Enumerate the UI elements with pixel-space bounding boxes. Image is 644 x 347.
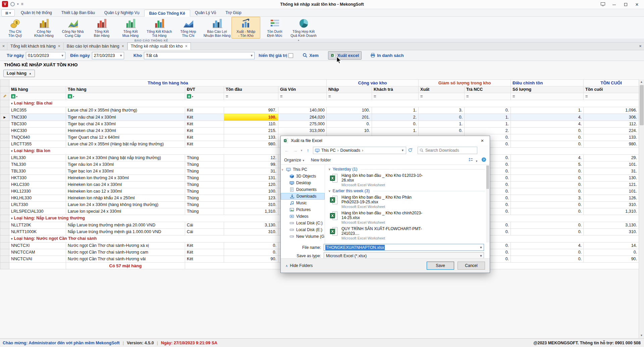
table-cell[interactable]: 133. bbox=[584, 134, 639, 141]
table-cell[interactable]: 0. bbox=[419, 128, 465, 134]
save-button[interactable]: Save bbox=[427, 262, 454, 270]
filter-cell[interactable]: = bbox=[224, 93, 278, 100]
table-cell[interactable]: Thùng bbox=[185, 175, 224, 182]
table-cell[interactable]: Két bbox=[185, 114, 224, 121]
table-cell[interactable]: 1,310. bbox=[224, 208, 278, 215]
table-cell[interactable]: 1. bbox=[465, 121, 511, 128]
table-cell[interactable]: 0. bbox=[511, 188, 584, 195]
column-header[interactable]: Số lượng bbox=[511, 86, 584, 93]
table-cell[interactable]: Larue lon 24 x 330ml (hàng bật nắp trúng… bbox=[66, 155, 185, 161]
table-cell[interactable]: 0. bbox=[511, 202, 584, 208]
table-cell[interactable]: Thùng bbox=[185, 208, 224, 215]
sidebar-item-music[interactable]: Music bbox=[281, 200, 325, 206]
table-cell[interactable]: NNCTCXI bbox=[9, 242, 66, 249]
search-input[interactable] bbox=[425, 148, 472, 153]
up-icon[interactable]: ↑ bbox=[305, 148, 311, 153]
table-cell[interactable]: 0. bbox=[511, 222, 584, 229]
ribbon-button[interactable]: Xuất - Nhập - Tồn Kho bbox=[231, 17, 260, 39]
table-cell[interactable]: 100. bbox=[224, 114, 278, 121]
view-button[interactable]: Xem bbox=[300, 51, 321, 60]
minimize-button[interactable] bbox=[608, 0, 620, 9]
ribbon-button[interactable]: Tổng Hợp Kết Quả Kinh Doanh bbox=[289, 17, 318, 39]
sidebar-item-3d-objects[interactable]: 3D Objects bbox=[281, 173, 325, 180]
table-cell[interactable]: 224. bbox=[584, 128, 639, 134]
ribbon-tab[interactable]: Thiết Lập Ban Đầu bbox=[57, 9, 100, 16]
sidebar-item-new-volume-g-[interactable]: New Volume (G:) bbox=[281, 233, 325, 240]
table-cell[interactable]: 10. bbox=[327, 128, 372, 134]
sidebar-item-videos[interactable]: Videos bbox=[281, 213, 325, 220]
table-cell[interactable]: 12. bbox=[224, 155, 278, 161]
file-list-scrollbar[interactable] bbox=[486, 165, 489, 242]
ribbon-tab[interactable]: Trợ Giúp bbox=[221, 9, 246, 16]
filter-cell[interactable]: = bbox=[419, 93, 465, 100]
file-item[interactable]: XHàng tồn kho ban đầu _ Kho Kho Phân Phố… bbox=[328, 194, 485, 210]
table-cell[interactable]: 980. bbox=[584, 141, 639, 148]
ribbon-button[interactable]: Tồn Dưới Định Mức bbox=[260, 17, 289, 39]
table-cell[interactable]: 121. bbox=[584, 182, 639, 188]
column-header[interactable]: Trả NCC bbox=[465, 86, 511, 93]
collapse-group-icon[interactable]: ▾ bbox=[11, 237, 13, 240]
chevron-down-icon[interactable]: ▼ bbox=[118, 54, 124, 57]
table-cell[interactable]: LRL330 bbox=[9, 155, 66, 161]
table-cell[interactable]: Két bbox=[185, 128, 224, 134]
table-cell[interactable]: Két bbox=[185, 242, 224, 249]
table-row[interactable]: ▶TNC330Tiger nâu chai 24 x 330mlKét100.2… bbox=[0, 114, 639, 121]
table-cell[interactable]: 1. bbox=[419, 121, 465, 128]
show-values-checkbox[interactable] bbox=[288, 53, 293, 58]
table-cell[interactable]: 1,096. bbox=[584, 107, 639, 114]
ribbon-button[interactable]: Báo Cáo Lợi Nhuận Bán Hàng bbox=[203, 17, 231, 39]
table-cell[interactable]: Cái bbox=[185, 222, 224, 229]
ribbon-tab[interactable]: Báo Cáo Thống Kê bbox=[144, 10, 190, 17]
column-header[interactable]: Tồn cuối bbox=[584, 86, 639, 93]
table-cell[interactable]: 123. bbox=[224, 195, 278, 202]
table-cell[interactable]: 1,310. bbox=[584, 208, 639, 215]
table-cell[interactable]: Thùng bbox=[185, 182, 224, 188]
close-tab-icon[interactable]: × bbox=[122, 44, 124, 49]
file-group-header[interactable]: ∨Yesterday (1) bbox=[328, 166, 485, 172]
view-options-icon[interactable]: ▼ bbox=[468, 157, 478, 163]
table-cell[interactable]: 133. bbox=[224, 134, 278, 141]
table-cell[interactable]: Két bbox=[185, 134, 224, 141]
table-cell[interactable]: 1. bbox=[511, 107, 584, 114]
table-cell[interactable]: Két bbox=[185, 121, 224, 128]
chevron-down-icon[interactable]: ▼ bbox=[478, 254, 484, 258]
print-list-button[interactable]: In danh sách bbox=[368, 51, 406, 60]
to-date-input[interactable]: 27/10/2023▼ bbox=[92, 52, 124, 59]
ribbon-tab[interactable]: Quản trị hệ thống bbox=[16, 9, 57, 16]
table-cell[interactable]: TBC330 bbox=[9, 121, 66, 128]
table-cell[interactable]: 0. bbox=[511, 249, 584, 256]
table-cell[interactable]: 90. bbox=[224, 256, 278, 263]
sidebar-item-local-disk-c-[interactable]: Local Disk (C:) bbox=[281, 220, 325, 226]
column-header[interactable]: Nhập bbox=[327, 86, 372, 93]
table-cell[interactable]: Nước ngọt Cần Thơ chai sành-Hương vải bbox=[66, 256, 185, 263]
table-cell[interactable]: HKLHL330 bbox=[9, 195, 66, 202]
table-cell[interactable]: Nắp Larue trúng thưởng mệnh giá 1.000.00… bbox=[66, 229, 185, 235]
close-tab-icon[interactable]: × bbox=[637, 43, 644, 50]
table-cell[interactable]: 310. bbox=[224, 229, 278, 235]
close-tab-icon[interactable]: × bbox=[185, 44, 187, 49]
filter-cell[interactable]: = bbox=[278, 93, 327, 100]
search-box[interactable] bbox=[418, 147, 477, 154]
table-cell[interactable]: 4. bbox=[511, 155, 584, 161]
ribbon-button[interactable]: Tổng Kết Mua Hàng bbox=[116, 17, 145, 39]
table-row[interactable]: TBC330Tiger bạc chai 24 x 330mlKét110.27… bbox=[0, 121, 639, 128]
file-item[interactable]: XHàng tồn kho ban đầu _ Kho Kho chính202… bbox=[328, 210, 485, 225]
ribbon-button[interactable]: Tổng Kết Bán Hàng bbox=[87, 17, 116, 39]
table-cell[interactable]: Larue chai 20 x 355ml (hàng thường) bbox=[66, 107, 185, 114]
dialog-close-button[interactable]: × bbox=[475, 136, 490, 145]
column-header[interactable]: Mã hàng bbox=[9, 86, 66, 93]
table-cell[interactable]: 0. bbox=[419, 114, 465, 121]
table-cell[interactable]: Két bbox=[185, 249, 224, 256]
filter-cell[interactable]: a▾ bbox=[66, 93, 185, 100]
table-cell[interactable]: 29. bbox=[584, 155, 639, 161]
table-cell[interactable]: 264,020 bbox=[278, 114, 327, 121]
column-header[interactable]: Giá Vốn bbox=[278, 86, 327, 93]
file-group-header[interactable]: ∨Earlier this week (3) bbox=[328, 188, 485, 194]
table-cell[interactable]: Thùng bbox=[185, 168, 224, 175]
history-chevron-icon[interactable]: ▼ bbox=[300, 149, 303, 152]
table-cell[interactable]: 131. bbox=[224, 175, 278, 182]
table-cell[interactable]: HKLC330 bbox=[9, 182, 66, 188]
file-name-value[interactable]: THONGKEXUATNHAPTON.xlsx bbox=[325, 245, 385, 250]
table-cell[interactable]: Nắp Larue trúng thưởng mệnh giá 20.000 V… bbox=[66, 222, 185, 229]
chevron-down-icon[interactable]: ∨ bbox=[281, 168, 284, 171]
